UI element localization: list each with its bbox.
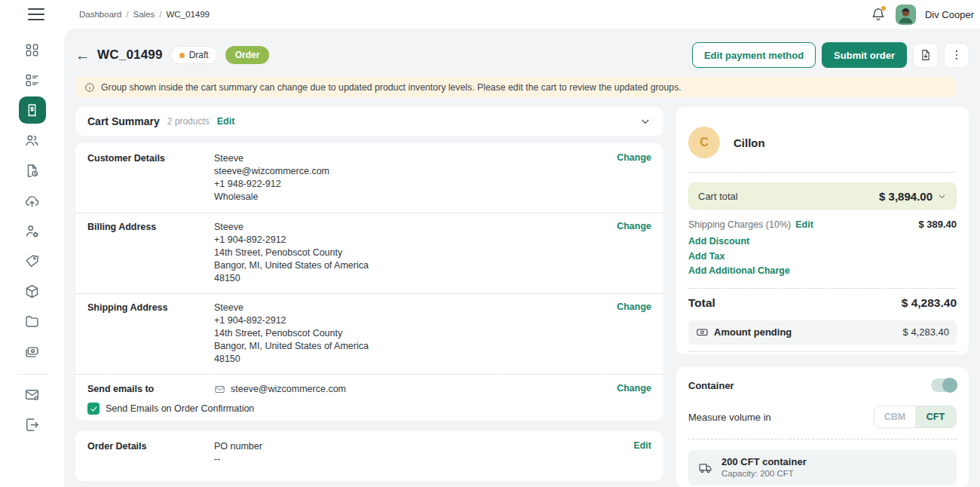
billing-zip: 48150	[214, 272, 617, 285]
cash-icon	[696, 326, 709, 338]
customer-details-row: Customer Details Steeve steeve@wizcommer…	[75, 143, 663, 213]
customer-details-label: Customer Details	[87, 152, 214, 204]
documents-icon[interactable]	[19, 157, 46, 184]
change-send-emails-link[interactable]: Change	[617, 383, 651, 396]
customer-chip: C Cillon	[688, 127, 957, 158]
email-settings-icon[interactable]	[19, 381, 46, 408]
customer-email: steeve@wizcommerce.com	[214, 165, 617, 178]
page-header: ← WC_01499 Draft Order Edit payment meth…	[75, 41, 969, 69]
cloud-upload-icon[interactable]	[19, 187, 46, 214]
add-discount-link[interactable]: Add Discount	[688, 234, 957, 250]
user-avatar[interactable]	[896, 5, 916, 25]
shipping-charges-row: Shipping Charges (10%) Edit $ 389.40	[688, 219, 957, 230]
cart-summary-count: 2 products	[167, 116, 210, 127]
products-cube-icon[interactable]	[19, 277, 46, 305]
order-details-card: Order Details PO number -- Edit	[75, 431, 663, 481]
cart-summary-card: Cart Summary 2 products Edit	[75, 107, 663, 136]
payments-icon[interactable]	[19, 338, 46, 365]
cart-total-dropdown[interactable]: Cart total $ 3,894.00	[688, 182, 957, 210]
unit-option-cft[interactable]: CFT	[915, 406, 956, 427]
info-icon	[84, 82, 95, 93]
container-toggle[interactable]	[931, 378, 957, 392]
top-bar: Dashboard / Sales / WC_01499 Div Cooper	[0, 0, 980, 29]
edit-order-details-link[interactable]: Edit	[633, 440, 651, 466]
draft-dot-icon	[179, 53, 185, 58]
add-tax-link[interactable]: Add Tax	[688, 250, 957, 265]
total-value: $ 4,283.40	[902, 296, 957, 310]
folder-icon[interactable]	[19, 308, 46, 335]
add-additional-charge-link[interactable]: Add Additional Charge	[688, 264, 957, 279]
inventory-warning-banner: Group shown inside the cart summary can …	[75, 77, 956, 97]
user-settings-icon[interactable]	[19, 217, 46, 244]
send-emails-checkbox[interactable]	[87, 403, 100, 415]
shipping-address-values: Steeve +1 904-892-2912 14th Street, Peno…	[214, 302, 617, 366]
dashboard-icon[interactable]	[19, 36, 46, 63]
order-type-badge: Order	[225, 46, 270, 64]
logout-icon[interactable]	[19, 411, 46, 438]
order-list-icon[interactable]	[19, 66, 46, 93]
order-info-card: Customer Details Steeve steeve@wizcommer…	[75, 143, 663, 421]
send-email-address: steeve@wizcommerce.com	[231, 383, 346, 396]
send-emails-value: steeve@wizcommerce.com	[214, 383, 617, 396]
cart-total-value: $ 3,894.00	[879, 190, 933, 203]
shipping-city: Bangor, MI, United States of America	[214, 340, 617, 353]
order-details-values: PO number --	[214, 440, 633, 466]
shipping-name: Steeve	[214, 302, 617, 314]
customer-avatar: C	[688, 127, 720, 158]
status-badge-label: Draft	[189, 50, 209, 60]
customer-details-values: Steeve steeve@wizcommerce.com +1 948-922…	[214, 152, 617, 204]
back-arrow-icon[interactable]: ←	[75, 48, 90, 63]
change-customer-link[interactable]: Change	[617, 152, 651, 204]
submit-order-button[interactable]: Submit order	[822, 42, 907, 68]
menu-icon[interactable]	[28, 8, 44, 20]
breadcrumb: Dashboard / Sales / WC_01499	[79, 0, 210, 29]
breadcrumb-separator: /	[126, 10, 128, 19]
billing-city: Bangor, MI, United States of America	[214, 259, 617, 272]
user-name[interactable]: Div Cooper	[925, 9, 974, 20]
kebab-menu-icon[interactable]	[944, 43, 969, 68]
page-title: WC_01499	[97, 47, 163, 63]
export-document-icon[interactable]	[913, 43, 938, 68]
toggle-knob	[942, 378, 957, 393]
total-row: Total $ 4,283.40	[688, 296, 957, 310]
change-billing-link[interactable]: Change	[617, 221, 651, 285]
divider	[688, 288, 957, 289]
customer-type: Wholesale	[214, 191, 617, 204]
po-number-value: --	[214, 453, 633, 466]
amount-pending-row: Amount pending $ 4,283.40	[688, 320, 957, 345]
divider	[688, 351, 957, 352]
measure-volume-label: Measure volume in	[688, 412, 771, 423]
breadcrumb-dashboard[interactable]: Dashboard	[79, 10, 121, 19]
change-shipping-link[interactable]: Change	[617, 302, 651, 366]
customer-name: Steeve	[214, 152, 617, 165]
chevron-down-icon[interactable]	[639, 115, 651, 127]
shipping-zip: 48150	[214, 353, 617, 366]
billing-street: 14th Street, Penobscot County	[214, 247, 617, 259]
envelope-icon	[214, 384, 225, 395]
cart-total-label: Cart total	[698, 191, 738, 202]
breadcrumb-separator: /	[159, 10, 161, 19]
send-emails-checkbox-label: Send Emails on Order Confirmation	[106, 403, 254, 414]
order-details-label: Order Details	[87, 440, 214, 466]
tag-icon[interactable]	[19, 247, 46, 274]
billing-address-values: Steeve +1 904-892-2912 14th Street, Peno…	[214, 221, 617, 285]
customer-phone: +1 948-922-912	[214, 178, 617, 191]
status-badge: Draft	[170, 46, 218, 64]
divider	[688, 439, 957, 440]
bell-icon[interactable]	[870, 6, 887, 23]
billing-address-row: Billing Address Steeve +1 904-892-2912 1…	[75, 213, 663, 293]
unit-option-cbm[interactable]: CBM	[874, 406, 915, 427]
billing-phone: +1 904-892-2912	[214, 234, 617, 247]
cart-total-panel: C Cillon Cart total $ 3,894.00 Shipping …	[676, 107, 969, 354]
shipping-phone: +1 904-892-2912	[214, 314, 617, 327]
cart-summary-edit-link[interactable]: Edit	[217, 116, 235, 127]
customers-icon[interactable]	[19, 127, 46, 154]
order-details-row: Order Details PO number -- Edit	[75, 431, 663, 475]
breadcrumb-sales[interactable]: Sales	[133, 10, 155, 19]
sales-invoice-icon[interactable]	[19, 96, 46, 124]
po-number-label: PO number	[214, 440, 633, 453]
edit-payment-method-button[interactable]: Edit payment method	[692, 42, 816, 68]
edit-shipping-charges-link[interactable]: Edit	[795, 219, 813, 230]
notification-dot	[881, 6, 886, 11]
container-item-row[interactable]: 200 CFT container Capacity: 200 CFT	[688, 450, 957, 485]
